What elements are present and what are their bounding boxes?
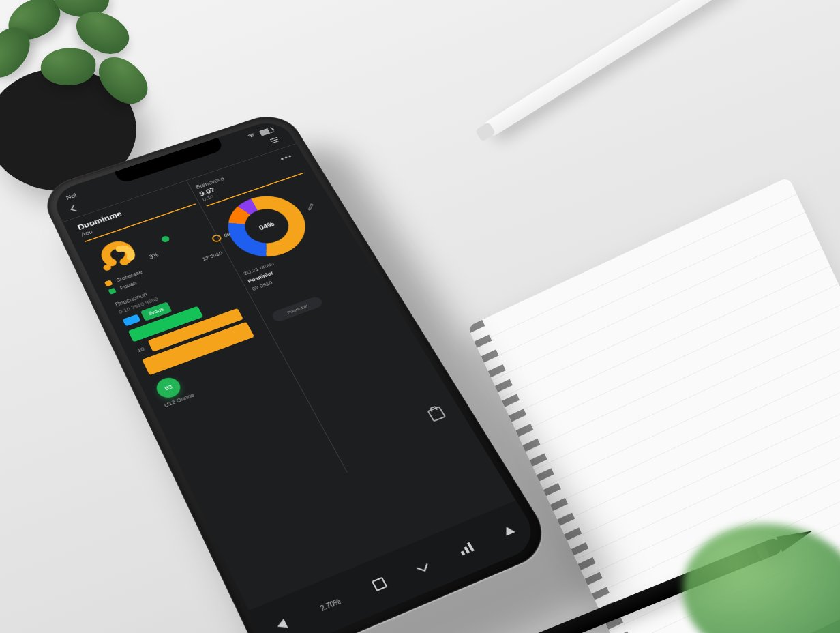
mini-chart-pct: 3% xyxy=(148,252,160,260)
header-menu-icon[interactable] xyxy=(269,136,281,146)
wifi-icon xyxy=(247,132,258,140)
mini-chart-dot xyxy=(161,235,171,243)
nav-center-label: 2.70% xyxy=(319,597,342,612)
overflow-icon[interactable]: ••• xyxy=(279,152,295,163)
nav-stats-icon[interactable] xyxy=(457,541,475,556)
nav-back-icon[interactable] xyxy=(275,619,288,631)
legend-swatch xyxy=(108,288,117,295)
edit-icon[interactable] xyxy=(305,203,316,211)
back-icon[interactable] xyxy=(70,205,78,211)
pen-prop-top xyxy=(481,0,733,138)
bar-segment xyxy=(123,314,141,326)
donut-annotation: 09 xyxy=(211,231,232,244)
metric-badge[interactable]: B3 xyxy=(153,374,184,400)
share-icon[interactable] xyxy=(427,406,446,422)
nav-up-icon[interactable] xyxy=(502,525,515,536)
legend-swatch xyxy=(104,280,113,286)
bar-tick: 10 xyxy=(136,345,148,353)
scene: Nol xyxy=(0,0,840,633)
nav-home-icon[interactable] xyxy=(372,577,388,591)
metric-caption: U12 Onnrie xyxy=(163,359,284,409)
battery-icon xyxy=(259,127,274,136)
status-clock: Nol xyxy=(65,192,77,201)
legend-label: Pouan xyxy=(119,280,138,291)
nav-down-icon[interactable] xyxy=(417,561,428,571)
